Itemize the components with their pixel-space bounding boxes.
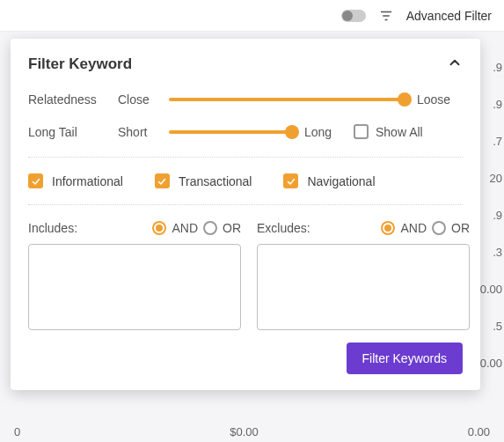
relatedness-label: Relatedness — [28, 92, 106, 107]
bg-value: .9 — [480, 86, 502, 123]
informational-label: Informational — [52, 174, 123, 188]
background-footer: 0 $0.00 0.00 — [0, 425, 504, 438]
filter-panel: Filter Keyword Relatedness Close Loose L… — [11, 39, 480, 390]
relatedness-min: Close — [118, 92, 157, 107]
filter-icon[interactable] — [378, 8, 394, 24]
longtail-min: Short — [118, 125, 157, 139]
relatedness-slider[interactable] — [169, 98, 405, 101]
includes-input[interactable] — [28, 244, 241, 330]
longtail-slider[interactable] — [169, 130, 292, 134]
chevron-up-icon[interactable] — [447, 55, 463, 73]
longtail-row: Long Tail Short Long Show All — [28, 124, 463, 139]
includes-and-radio[interactable] — [152, 221, 166, 235]
include-exclude-row: Includes: AND OR Excludes: AND — [28, 221, 463, 330]
excludes-label: Excludes: — [257, 221, 376, 235]
filter-keywords-button[interactable]: Filter Keywords — [347, 343, 463, 374]
includes-or-radio[interactable] — [203, 221, 217, 235]
relatedness-max: Loose — [417, 92, 463, 107]
bg-footer-right: 0.00 — [468, 425, 490, 438]
includes-and-label: AND — [172, 221, 198, 235]
topbar: Advanced Filter — [0, 0, 504, 32]
showall-checkbox[interactable] — [354, 124, 369, 139]
bg-footer-left: 0 — [14, 425, 20, 438]
panel-title: Filter Keyword — [28, 55, 132, 73]
longtail-label: Long Tail — [28, 125, 106, 139]
excludes-and-radio[interactable] — [381, 221, 395, 235]
type-row: Informational Transactional Navigational — [28, 173, 463, 188]
excludes-and-label: AND — [400, 221, 427, 235]
bg-value: .9 — [480, 49, 502, 86]
navigational-checkbox[interactable] — [283, 173, 298, 188]
bg-value: 20 — [480, 160, 502, 197]
relatedness-row: Relatedness Close Loose — [28, 92, 463, 107]
excludes-input[interactable] — [257, 244, 470, 330]
longtail-max: Long — [304, 125, 341, 139]
bg-value: 0.00 — [480, 271, 502, 308]
advanced-filter-label[interactable]: Advanced Filter — [406, 9, 492, 23]
divider — [28, 157, 463, 158]
showall-label: Show All — [376, 125, 423, 139]
bg-value: 0.00 — [480, 345, 502, 382]
excludes-or-label: OR — [451, 221, 470, 235]
includes-or-label: OR — [223, 221, 241, 235]
transactional-checkbox[interactable] — [155, 173, 170, 188]
includes-label: Includes: — [28, 221, 147, 235]
bg-value: .9 — [480, 197, 502, 234]
toggle-switch[interactable] — [341, 10, 366, 22]
excludes-or-radio[interactable] — [432, 221, 446, 235]
informational-checkbox[interactable] — [28, 173, 43, 188]
background-data-column: .9 .9 .7 20 .9 .3 0.00 .5 0.00 — [480, 49, 502, 382]
navigational-label: Navigational — [307, 174, 375, 188]
bg-footer-mid: $0.00 — [230, 425, 259, 438]
divider — [28, 204, 463, 205]
bg-value: .3 — [480, 234, 502, 271]
bg-value: .7 — [480, 123, 502, 160]
transactional-label: Transactional — [179, 174, 252, 188]
bg-value: .5 — [480, 308, 502, 345]
